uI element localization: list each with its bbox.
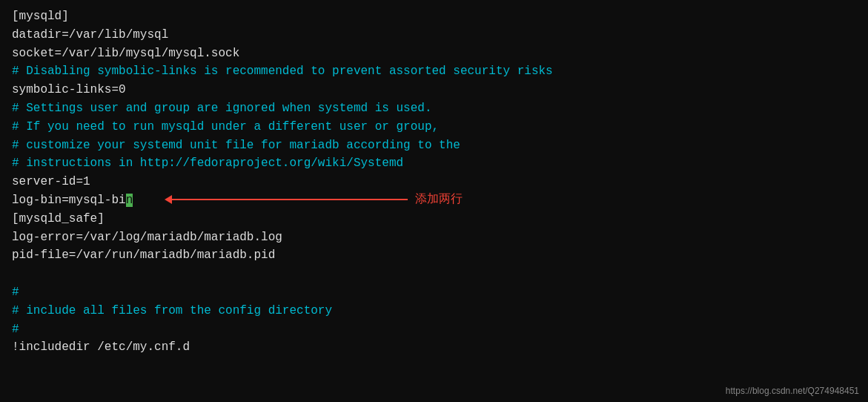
code-line-9: # instructions in http://fedoraproject.o… — [12, 154, 856, 173]
code-line-12: [mysqld_safe] — [12, 210, 856, 228]
code-line-18: # — [12, 320, 856, 339]
code-line-10: server-id=1 — [12, 173, 856, 191]
code-line-13: log-error=/var/log/mariadb/mariadb.log — [12, 228, 856, 247]
code-line-6: # Settings user and group are ignored wh… — [12, 99, 856, 118]
watermark: https://blog.csdn.net/Q274948451 — [726, 386, 859, 396]
code-line-17: # include all files from the config dire… — [12, 302, 856, 320]
code-line-3: socket=/var/lib/mysql/mysql.sock — [12, 45, 856, 63]
code-line-7: # If you need to run mysqld under a diff… — [12, 118, 856, 136]
code-line-2: datadir=/var/lib/mysql — [12, 26, 856, 45]
code-line-16: # — [12, 283, 856, 302]
text-cursor: n — [126, 194, 133, 207]
code-line-5: symbolic-links=0 — [12, 81, 856, 99]
annotation: 添加两行 — [170, 191, 463, 207]
terminal-window: [mysqld] datadir=/var/lib/mysql socket=/… — [0, 0, 868, 402]
code-line-8: # customize your systemd unit file for m… — [12, 136, 856, 155]
annotation-arrow — [170, 199, 408, 200]
code-line-1: [mysqld] — [12, 7, 856, 26]
annotation-label: 添加两行 — [415, 191, 463, 207]
code-line-15 — [12, 265, 856, 283]
code-line-4: # Disabling symbolic-links is recommende… — [12, 62, 856, 81]
code-line-19: !includedir /etc/my.cnf.d — [12, 338, 856, 357]
code-line-14: pid-file=/var/run/mariadb/mariadb.pid — [12, 246, 856, 265]
